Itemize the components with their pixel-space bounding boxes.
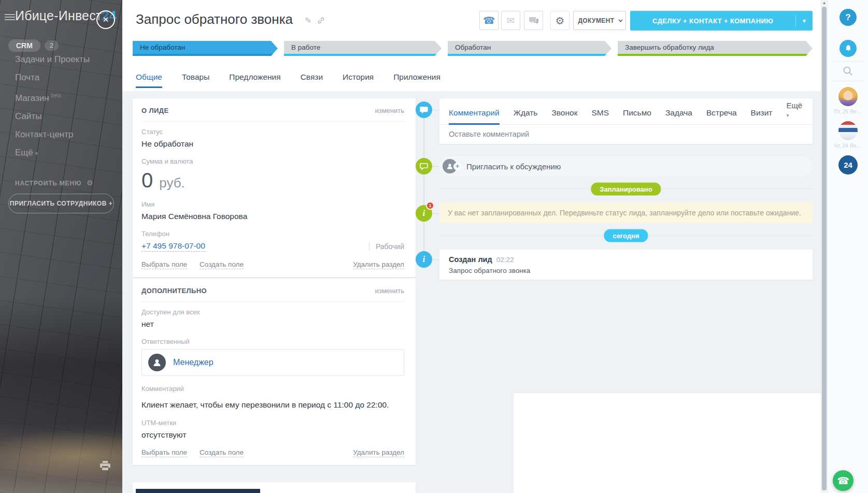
timeline-tab-wait[interactable]: Ждать bbox=[514, 108, 538, 125]
sidebar-item-shop[interactable]: Магазинbeta bbox=[15, 91, 90, 103]
scrollbar-thumb[interactable] bbox=[822, 7, 827, 490]
timeline-tab-more[interactable]: Ещё ▾ bbox=[786, 101, 803, 124]
chevron-down-icon: ▾ bbox=[35, 150, 38, 156]
stage-finish-processing[interactable]: Завершить обработку лида bbox=[618, 41, 813, 56]
page-title: Запрос обратного звонка bbox=[136, 11, 293, 27]
printer-icon[interactable] bbox=[100, 461, 110, 472]
comment-field: Комментарий Клиент желает, чтобы ему пер… bbox=[141, 385, 404, 410]
vertical-scrollbar[interactable]: ▲ bbox=[821, 0, 827, 493]
main-area: Запрос обратного звонка ✎ ☎ ✉ ⚙ ДОКУМЕНТ… bbox=[122, 0, 821, 493]
timeline-entry-lead-created[interactable]: Создан лид 02:22 Запрос обратного звонка bbox=[439, 250, 813, 280]
detail-tabs: Общие Товары Предложения Связи История П… bbox=[136, 72, 440, 88]
invite-employees-button[interactable]: ПРИГЛАСИТЬ СОТРУДНИКОВ + bbox=[8, 194, 114, 213]
sidebar-item-mail[interactable]: Почта bbox=[15, 73, 90, 82]
select-field-link[interactable]: Выбрать поле bbox=[141, 260, 187, 269]
lead-stage-pipeline: Не обработан В работе Обработан Завершит… bbox=[133, 41, 813, 56]
timeline-tab-comment[interactable]: Комментарий bbox=[449, 108, 500, 125]
telephony-phone-button[interactable]: ☎ bbox=[833, 470, 853, 491]
bitrix24-crm-lead-page: Ибице-Инвест24 ✕ CRM 2 Задачи и Проекты … bbox=[0, 0, 868, 493]
stage-processed[interactable]: Обработан bbox=[448, 41, 611, 56]
comment-input[interactable]: Оставьте комментарий bbox=[439, 125, 813, 143]
tab-general[interactable]: Общие bbox=[136, 72, 162, 88]
edit-link[interactable]: изменить bbox=[375, 107, 404, 114]
timeline-tab-call[interactable]: Звонок bbox=[551, 108, 577, 125]
call-button[interactable]: ☎ bbox=[479, 11, 499, 30]
chat-button[interactable] bbox=[524, 11, 543, 30]
edit-title-icon[interactable]: ✎ bbox=[305, 16, 311, 25]
chevron-down-icon: ▼ bbox=[796, 18, 813, 24]
tab-history[interactable]: История bbox=[343, 72, 374, 88]
delete-section-link[interactable]: Удалить раздел bbox=[353, 448, 404, 457]
document-button[interactable]: ДОКУМЕНТ bbox=[573, 11, 626, 30]
amount-value: 0 bbox=[141, 169, 153, 192]
close-menu-button[interactable]: ✕ bbox=[96, 10, 115, 29]
edit-link[interactable]: изменить bbox=[375, 287, 404, 295]
name-field: Имя Мария Семёновна Говорова bbox=[141, 200, 404, 221]
beta-tag: beta bbox=[51, 93, 61, 98]
plus-icon: + bbox=[453, 163, 461, 170]
select-field-link[interactable]: Выбрать поле bbox=[141, 448, 187, 457]
search-icon[interactable] bbox=[842, 65, 853, 79]
sidebar-item-more[interactable]: Ещё▾ bbox=[15, 148, 90, 158]
bitrix24-logo[interactable]: 24 bbox=[838, 155, 858, 175]
tab-products[interactable]: Товары bbox=[182, 72, 209, 88]
timeline-tab-task[interactable]: Задача bbox=[665, 108, 692, 125]
create-deal-contact-company-button[interactable]: СДЕЛКУ + КОНТАКТ + КОМПАНИЮ ▼ bbox=[630, 11, 813, 31]
help-button[interactable]: ? bbox=[839, 9, 857, 26]
invite-to-discussion-button[interactable]: + Пригласить к обсуждению bbox=[439, 156, 813, 176]
settings-gear-button[interactable]: ⚙ bbox=[550, 11, 570, 30]
card-title: ДОПОЛНИТЕЛЬНО bbox=[141, 287, 207, 295]
phone-field: Телефон +7 495 978-07-00 Рабочий bbox=[141, 230, 404, 252]
timeline-composer-card: Комментарий Ждать Звонок SMS Письмо Зада… bbox=[439, 98, 813, 144]
chat-avatar-assistant[interactable] bbox=[838, 87, 858, 106]
assignee-name-link[interactable]: Менеджер bbox=[173, 358, 214, 367]
status-field: Статус Не обработан bbox=[141, 128, 404, 149]
notification-count-badge: 1 bbox=[426, 201, 434, 210]
today-badge: сегодня bbox=[604, 229, 648, 242]
timeline-tab-visit[interactable]: Визит bbox=[751, 108, 773, 125]
timeline-tab-sms[interactable]: SMS bbox=[591, 108, 609, 125]
info-icon: i bbox=[416, 251, 432, 268]
planned-badge: Запланировано bbox=[591, 183, 661, 196]
copy-link-icon[interactable] bbox=[317, 17, 325, 26]
delete-section-link[interactable]: Удалить раздел bbox=[353, 260, 404, 269]
sidebar-item-tasks[interactable]: Задачи и Проекты bbox=[15, 55, 90, 64]
notifications-bell-button[interactable] bbox=[839, 40, 857, 57]
amount-field: Сумма и валюта 0 руб. bbox=[141, 157, 404, 192]
crm-counter-badge[interactable]: 2 bbox=[45, 40, 59, 51]
comment-bubble-icon bbox=[416, 102, 432, 118]
timeline-line bbox=[423, 118, 424, 252]
assignee-field: Ответственный Менеджер bbox=[141, 338, 404, 376]
sidebar-nav: Задачи и Проекты Почта Магазинbeta Сайты… bbox=[15, 55, 90, 167]
create-field-link[interactable]: Создать поле bbox=[200, 260, 244, 269]
sidebar-item-sites[interactable]: Сайты bbox=[15, 112, 90, 121]
assignee-box: Менеджер bbox=[141, 349, 404, 376]
timeline-tab-meeting[interactable]: Встреча bbox=[706, 108, 737, 125]
create-field-link[interactable]: Создать поле bbox=[200, 448, 244, 457]
timeline-tabs: Комментарий Ждать Звонок SMS Письмо Зада… bbox=[439, 98, 813, 125]
email-button[interactable]: ✉ bbox=[501, 11, 520, 30]
configure-menu-button[interactable]: НАСТРОИТЬ МЕНЮ⚙ bbox=[15, 179, 93, 187]
phone-type-label: Рабочий bbox=[369, 242, 404, 251]
crm-menu-row: CRM 2 bbox=[8, 39, 59, 52]
sidebar-item-crm[interactable]: CRM bbox=[8, 39, 40, 52]
chat-date-label: Чт, 24 Ян… bbox=[828, 143, 868, 149]
scroll-up-arrow[interactable]: ▲ bbox=[821, 1, 827, 5]
chevron-down-icon bbox=[618, 18, 622, 22]
tab-quotes[interactable]: Предложения bbox=[229, 72, 280, 88]
entry-time: 02:22 bbox=[496, 256, 514, 264]
phone-number-link[interactable]: +7 495 978-07-00 bbox=[141, 241, 205, 252]
timeline-tab-email[interactable]: Письмо bbox=[623, 108, 651, 125]
stage-in-progress[interactable]: В работе bbox=[284, 41, 442, 56]
chat-avatar-bot[interactable] bbox=[838, 121, 858, 140]
menu-toggle-icon[interactable] bbox=[5, 14, 15, 21]
stage-not-processed[interactable]: Не обработан bbox=[133, 41, 278, 56]
tab-applications[interactable]: Приложения bbox=[393, 72, 440, 88]
chevron-down-icon: ▾ bbox=[786, 112, 789, 118]
sidebar-item-contact-center[interactable]: Контакт-центр bbox=[15, 130, 90, 139]
right-toolbar: ? Пт, 25 Ян… Чт, 24 Ян… 24 bbox=[827, 0, 868, 493]
tab-relations[interactable]: Связи bbox=[301, 72, 323, 88]
card-title: О ЛИДЕ bbox=[141, 107, 169, 114]
assignee-avatar bbox=[148, 354, 166, 371]
content-end-area bbox=[513, 393, 821, 493]
